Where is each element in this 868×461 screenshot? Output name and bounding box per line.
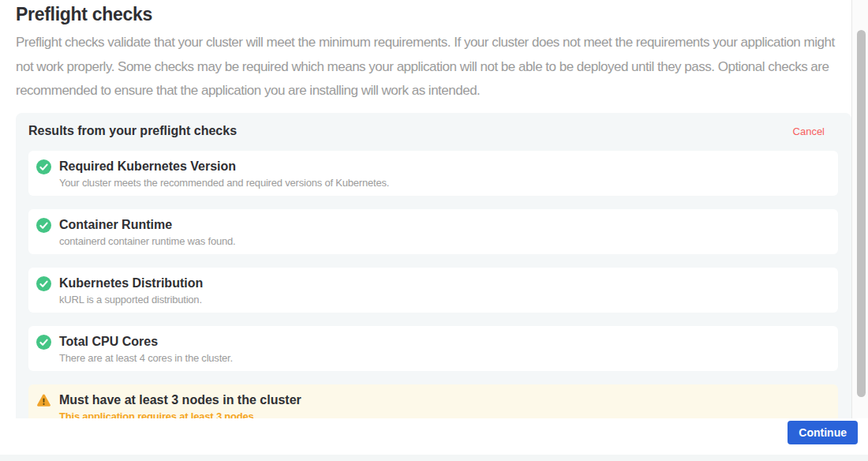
- card-title: Results from your preflight checks: [28, 124, 237, 138]
- check-text: Total CPU CoresThere are at least 4 core…: [59, 334, 233, 364]
- scrollbar-track[interactable]: [851, 0, 868, 455]
- check-message: kURL is a supported distribution.: [59, 294, 203, 305]
- check-title: Must have at least 3 nodes in the cluste…: [59, 392, 301, 407]
- check-row: Kubernetes DistributionkURL is a support…: [28, 268, 838, 313]
- continue-button[interactable]: Continue: [788, 421, 858, 444]
- check-message: containerd container runtime was found.: [59, 235, 235, 247]
- check-circle-icon: [36, 159, 51, 174]
- check-title: Container Runtime: [59, 217, 235, 232]
- check-row: Total CPU CoresThere are at least 4 core…: [28, 326, 838, 371]
- check-text: Container Runtimecontainerd container ru…: [59, 217, 235, 247]
- scrollbar-thumb[interactable]: [857, 30, 866, 397]
- check-circle-icon: [36, 335, 51, 350]
- check-title: Required Kubernetes Version: [59, 159, 389, 174]
- check-row: Must have at least 3 nodes in the cluste…: [28, 384, 838, 418]
- check-circle-icon: [36, 276, 51, 291]
- footer-bar: Continue: [0, 418, 868, 455]
- page-description: Preflight checks validate that your clus…: [16, 31, 838, 103]
- card-header: Results from your preflight checks Cance…: [16, 124, 851, 138]
- preflight-screen: Preflight checks Preflight checks valida…: [0, 0, 868, 461]
- check-text: Required Kubernetes VersionYour cluster …: [59, 159, 389, 189]
- cancel-link[interactable]: Cancel: [793, 126, 825, 137]
- check-list: Required Kubernetes VersionYour cluster …: [16, 151, 851, 418]
- page-title: Preflight checks: [16, 4, 152, 25]
- check-title: Kubernetes Distribution: [59, 275, 203, 290]
- check-row: Required Kubernetes VersionYour cluster …: [28, 151, 838, 196]
- bottom-strip: [0, 455, 868, 461]
- preflight-results-card: Results from your preflight checks Cance…: [16, 113, 851, 418]
- check-message: There are at least 4 cores in the cluste…: [59, 352, 233, 364]
- scroll-area: Preflight checks Preflight checks valida…: [0, 0, 851, 418]
- check-row: Container Runtimecontainerd container ru…: [28, 209, 838, 254]
- check-message: This application requires at least 3 nod…: [59, 410, 301, 418]
- check-text: Must have at least 3 nodes in the cluste…: [59, 392, 301, 418]
- check-message: Your cluster meets the recommended and r…: [59, 177, 389, 189]
- check-title: Total CPU Cores: [59, 334, 233, 349]
- check-circle-icon: [36, 218, 51, 233]
- check-text: Kubernetes DistributionkURL is a support…: [59, 275, 203, 305]
- warning-triangle-icon: [36, 393, 51, 408]
